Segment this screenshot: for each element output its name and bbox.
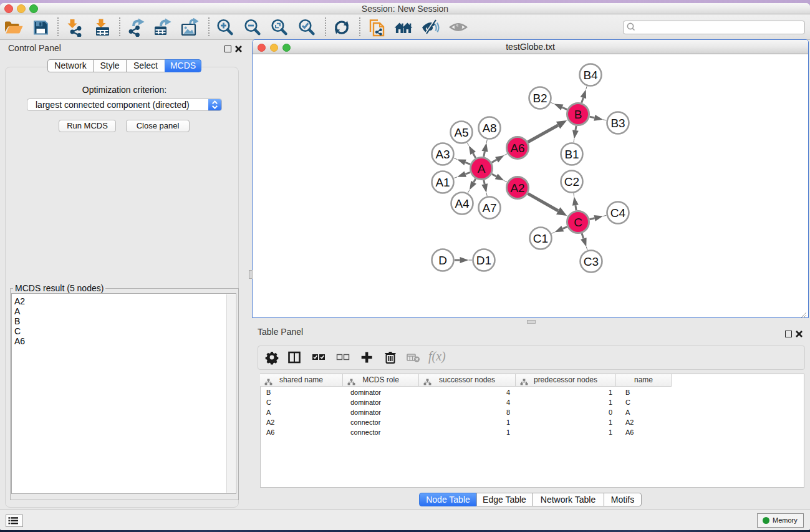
svg-text:C1: C1 bbox=[533, 232, 548, 245]
svg-text:A7: A7 bbox=[482, 201, 496, 215]
svg-text:B: B bbox=[574, 108, 582, 121]
svg-text:A4: A4 bbox=[455, 197, 470, 210]
svg-text:C2: C2 bbox=[564, 175, 579, 188]
svg-text:A6: A6 bbox=[510, 142, 524, 155]
svg-text:B3: B3 bbox=[610, 117, 625, 130]
svg-text:A8: A8 bbox=[482, 122, 496, 135]
svg-text:C3: C3 bbox=[584, 255, 599, 268]
svg-text:A5: A5 bbox=[454, 126, 468, 139]
svg-text:B1: B1 bbox=[564, 148, 579, 161]
svg-text:A3: A3 bbox=[435, 148, 450, 161]
svg-text:A2: A2 bbox=[510, 181, 524, 195]
svg-text:A: A bbox=[478, 162, 486, 175]
svg-text:C4: C4 bbox=[610, 206, 626, 220]
svg-text:B4: B4 bbox=[583, 69, 598, 82]
svg-text:C: C bbox=[574, 216, 582, 229]
svg-text:D: D bbox=[438, 254, 447, 267]
svg-text:D1: D1 bbox=[476, 254, 491, 267]
svg-text:B2: B2 bbox=[533, 92, 547, 105]
svg-text:A1: A1 bbox=[435, 176, 450, 189]
